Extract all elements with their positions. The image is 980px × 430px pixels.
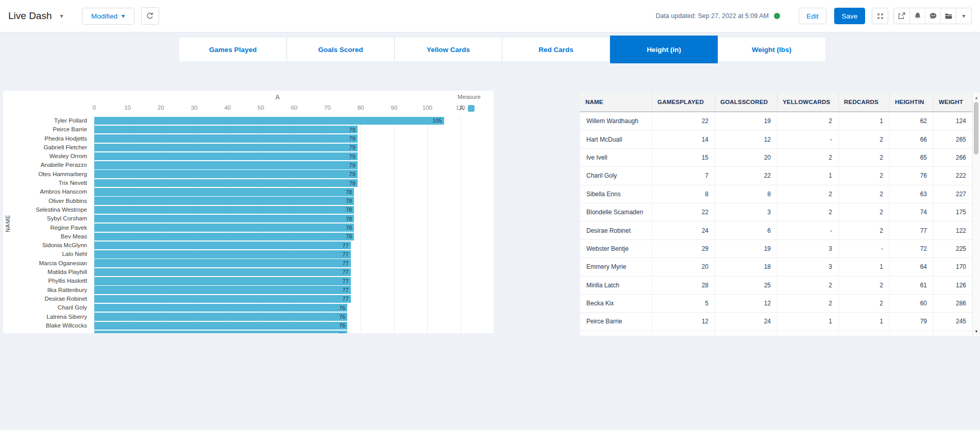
notifications-button[interactable] — [909, 8, 925, 24]
cell-value: 18 — [715, 258, 778, 276]
tab-red-cards[interactable]: Red Cards — [502, 38, 610, 61]
column-header-heightin[interactable]: HEIGHTIN — [890, 93, 934, 111]
bar[interactable]: 78 — [94, 206, 354, 214]
bar[interactable]: 78 — [94, 223, 354, 232]
cell-value: 175 — [934, 203, 972, 221]
bar[interactable]: 79 — [94, 179, 358, 187]
cell-value: 2 — [778, 149, 839, 166]
bar-row: 79 — [94, 170, 461, 179]
table-row[interactable]: Becka Kix5122260286 — [580, 295, 972, 313]
cell-value: 14 — [652, 130, 715, 148]
bar[interactable]: 76 — [94, 313, 347, 321]
bar[interactable]: 78 — [94, 197, 354, 205]
bar[interactable]: 76 — [94, 304, 347, 312]
bar[interactable]: 77 — [94, 295, 351, 303]
table-row[interactable]: Charil Goly7221276222 — [580, 167, 972, 185]
table-row[interactable]: Hart McDuall1412-266265 — [580, 130, 972, 148]
bar[interactable]: 105 — [94, 117, 444, 125]
cell-name: Sibella Enns — [580, 185, 652, 203]
tab-height-in[interactable]: Height (in) — [610, 36, 718, 63]
title-caret-down-icon[interactable]: ▾ — [60, 13, 63, 19]
bar[interactable]: 77 — [94, 277, 351, 285]
table-row[interactable]: Webster Bentje29193-72225 — [580, 240, 972, 258]
scroll-down-arrow[interactable]: ▼ — [973, 328, 980, 335]
share-button[interactable] — [894, 8, 909, 24]
bar[interactable]: 79 — [94, 152, 358, 161]
bar[interactable]: 79 — [94, 126, 358, 134]
bar-category-label: Oliver Bubbins — [3, 197, 91, 205]
column-header-name[interactable]: NAME — [580, 93, 652, 111]
bar[interactable]: 79 — [94, 134, 358, 143]
bar[interactable]: 76 — [94, 322, 347, 330]
modified-dropdown-label: Modified — [91, 12, 117, 20]
cell-value: 19 — [715, 112, 778, 130]
table-row[interactable]: Desirae Robinet246-277122 — [580, 221, 972, 239]
bar[interactable]: 78 — [94, 233, 354, 241]
tab-weight-lbs[interactable]: Weight (lbs) — [718, 38, 825, 61]
cell-name: Willem Wardhaugh — [580, 112, 652, 130]
bar-value-label: 76 — [339, 305, 347, 311]
table-row[interactable]: Willem Wardhaugh22192162124 — [580, 112, 972, 130]
refresh-button[interactable] — [141, 7, 159, 25]
modified-dropdown[interactable]: Modified ▾ — [82, 8, 134, 25]
table-row[interactable]: Ive Ivell15202265266 — [580, 149, 972, 167]
bar-value-label: 78 — [346, 189, 354, 195]
bar[interactable]: 77 — [94, 250, 351, 259]
collections-button[interactable] — [940, 8, 956, 24]
column-header-redcards[interactable]: REDCARDS — [839, 93, 890, 111]
bar-rows: 1057979797979797978787878787877777777777… — [94, 116, 461, 333]
table-row[interactable]: Blondelle Scamaden2232274175 — [580, 203, 972, 221]
cell-value: 3 — [778, 240, 839, 257]
table-row[interactable]: Emmery Myrie20183164170 — [580, 258, 972, 276]
bar-category-label: Anabelle Perazzo — [3, 161, 91, 169]
bar-row: 78 — [94, 197, 461, 205]
bar-row: 77 — [94, 277, 461, 285]
cell-value: 24 — [652, 221, 715, 239]
bar-category-label: Matilda Playhill — [3, 268, 91, 277]
column-header-weight[interactable]: WEIGHT — [934, 93, 972, 111]
bar-category-label: Lalo Nehl — [3, 250, 91, 259]
table-scrollbar[interactable]: ▲ ▼ — [972, 93, 980, 336]
cell-value: 222 — [934, 167, 972, 184]
y-axis-title: NAME — [5, 215, 11, 232]
legend-swatch — [468, 105, 475, 112]
cell-value: 20 — [652, 258, 715, 276]
x-tick: 80 — [358, 105, 364, 111]
cell-name: Emmery Myrie — [580, 258, 652, 276]
save-button[interactable]: Save — [834, 8, 865, 24]
tab-games-played[interactable]: Games Played — [179, 38, 287, 61]
more-actions-button[interactable]: ▾ — [956, 8, 971, 24]
cell-value: - — [778, 221, 839, 239]
table-row[interactable]: Mirilla Latch28252261126 — [580, 277, 972, 295]
bar[interactable]: 78 — [94, 188, 354, 196]
bar-row: 77 — [94, 286, 461, 295]
bar-row: 77 — [94, 268, 461, 277]
scrollbar-thumb[interactable] — [974, 102, 978, 154]
bar[interactable]: 76 — [94, 331, 347, 333]
bar[interactable]: 78 — [94, 215, 354, 223]
bar[interactable]: 77 — [94, 268, 351, 277]
table-row[interactable]: Peirce Barrie12241179245 — [580, 313, 972, 331]
column-header-gamesplayed[interactable]: GAMESPLAYED — [652, 93, 715, 111]
cell-value — [652, 331, 715, 336]
bar[interactable]: 79 — [94, 144, 358, 152]
column-header-goalsscored[interactable]: GOALSSCORED — [715, 93, 778, 111]
bar[interactable]: 77 — [94, 259, 351, 267]
comments-button[interactable] — [925, 8, 940, 24]
cell-name: Hart McDuall — [580, 130, 652, 148]
bar[interactable]: 77 — [94, 242, 351, 250]
table-row[interactable]: Sibella Enns882263227 — [580, 185, 972, 203]
tab-goals-scored[interactable]: Goals Scored — [287, 38, 395, 61]
tab-yellow-cards[interactable]: Yellow Cards — [395, 38, 502, 61]
bar-category-label: Gabriell Fletcher — [3, 143, 91, 152]
fullscreen-button[interactable] — [872, 8, 888, 24]
bar[interactable]: 77 — [94, 286, 351, 294]
cell-value — [778, 331, 839, 336]
scroll-up-arrow[interactable]: ▲ — [973, 94, 980, 101]
column-header-yellowcards[interactable]: YELLOWCARDS — [778, 93, 839, 111]
bar-value-label: 78 — [346, 198, 354, 204]
table-row[interactable] — [580, 331, 972, 336]
edit-button[interactable]: Edit — [799, 8, 826, 24]
bar[interactable]: 79 — [94, 170, 358, 178]
bar[interactable]: 79 — [94, 161, 358, 169]
